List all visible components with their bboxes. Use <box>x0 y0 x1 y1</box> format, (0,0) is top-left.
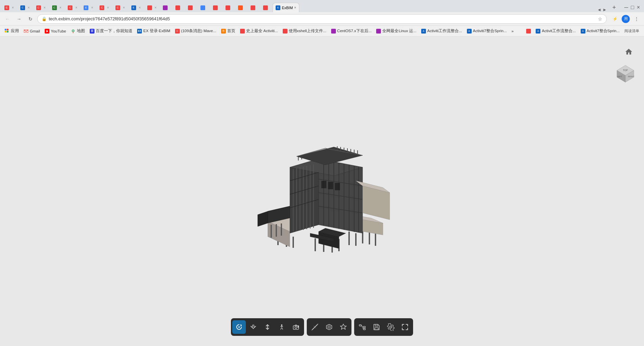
bookmark-more[interactable]: » <box>510 28 516 34</box>
tab-19[interactable] <box>260 3 272 12</box>
bookmark-star[interactable]: ☆ <box>598 16 602 22</box>
bookmark-maps[interactable]: 地图 <box>69 28 87 34</box>
tab-3[interactable]: C × <box>33 3 49 12</box>
tab-10[interactable]: × <box>144 3 160 12</box>
settings-button[interactable] <box>384 320 398 334</box>
section-button[interactable] <box>322 320 336 334</box>
save-button[interactable] <box>370 320 383 334</box>
tab-2[interactable]: C × <box>17 3 33 12</box>
tab-9[interactable]: E × <box>128 3 144 12</box>
navigation-cube[interactable]: TOP LEFT RIGHT <box>614 64 637 87</box>
bookmark-activiti2-label: Activiti工作流整合... <box>427 28 462 34</box>
rotate-button[interactable] <box>232 320 246 334</box>
tab-close-10[interactable]: × <box>155 6 157 9</box>
svg-point-112 <box>390 326 392 328</box>
bookmark-right-1[interactable] <box>524 28 533 34</box>
home-3d-button[interactable] <box>624 47 634 57</box>
measure-button[interactable] <box>308 320 322 334</box>
tree-button[interactable] <box>356 320 369 334</box>
bookmark-maven[interactable]: C (109条消息) Mave... <box>173 28 218 34</box>
bookmark-activiti1[interactable]: 史上最全 Activiti... <box>238 28 280 34</box>
tab-close-4[interactable]: × <box>60 6 62 9</box>
bookmark-centos-label: CentOS7.x下在后... <box>337 28 372 34</box>
svg-rect-1 <box>7 29 8 30</box>
bookmark-baidu[interactable]: 百 百度一下，你就知道 <box>88 28 134 34</box>
tab-8[interactable]: C × <box>112 3 128 12</box>
tab-close-6[interactable]: × <box>91 6 93 9</box>
fullscreen-icon <box>401 323 409 331</box>
explode-button[interactable] <box>337 320 350 334</box>
building-svg <box>237 133 407 262</box>
svg-text:RIGHT: RIGHT <box>628 75 635 78</box>
svg-marker-76 <box>258 211 268 226</box>
tab-scroll-right[interactable]: ▶ <box>603 7 607 12</box>
pan-button[interactable] <box>246 320 260 334</box>
tab-1[interactable]: C × <box>1 3 17 12</box>
bookmark-home[interactable]: 首 首页 <box>219 28 237 34</box>
bookmark-exbim[interactable]: EX EX 登录·ExBIM <box>135 28 172 34</box>
bookmark-more-label: » <box>512 29 514 33</box>
explode-icon <box>340 323 347 331</box>
bookmark-right-3[interactable]: A Activit7整合Sprin... <box>579 28 622 34</box>
tab-15[interactable] <box>210 3 222 12</box>
tab-close-3[interactable]: × <box>44 6 46 9</box>
maximize-button[interactable]: □ <box>631 4 634 10</box>
tab-4[interactable]: C × <box>49 3 65 12</box>
bookmark-linux[interactable]: 全网最全Linux 运... <box>374 28 418 34</box>
bookmark-right-more[interactable]: 阅读清单 <box>622 28 641 34</box>
tab-close-1[interactable]: × <box>12 6 14 9</box>
tab-18[interactable] <box>248 3 260 12</box>
bookmark-activiti2[interactable]: A Activiti工作流整合... <box>419 28 464 34</box>
tab-bar: C × C × C × C × C × E × <box>0 0 644 12</box>
tab-12[interactable] <box>172 3 185 12</box>
back-button[interactable]: ← <box>3 14 12 24</box>
3d-viewport[interactable]: TOP LEFT RIGHT <box>0 37 644 346</box>
apps-icon <box>5 29 9 34</box>
bookmark-baidu-label: 百度一下，你就知道 <box>96 28 132 34</box>
tab-close-active[interactable]: × <box>294 6 296 9</box>
tab-11[interactable] <box>160 3 172 12</box>
new-tab-button[interactable]: + <box>609 3 619 12</box>
settings-icon <box>387 323 394 331</box>
svg-rect-2 <box>5 31 6 33</box>
centos-favicon <box>331 29 336 34</box>
tab-close-9[interactable]: × <box>139 6 141 9</box>
youtube-icon <box>45 29 49 34</box>
tab-close-8[interactable]: × <box>123 6 125 9</box>
extensions-button[interactable]: ⚡ <box>610 14 620 24</box>
tab-17[interactable] <box>235 3 247 12</box>
svg-line-100 <box>317 324 318 325</box>
refresh-button[interactable]: ↻ <box>26 14 35 24</box>
camera-button[interactable] <box>289 320 303 334</box>
forward-button[interactable]: → <box>14 14 24 24</box>
tab-16[interactable] <box>222 3 235 12</box>
address-bar[interactable]: 🔒 tech.exbim.com/project/7647e572f891d50… <box>37 14 607 24</box>
walk-button[interactable] <box>275 320 288 334</box>
tab-5[interactable]: C × <box>65 3 80 12</box>
bookmark-right-2[interactable]: A Activit工作流整合... <box>534 28 578 34</box>
fullscreen-button[interactable] <box>398 320 412 334</box>
tab-close-7[interactable]: × <box>107 6 109 9</box>
tab-7[interactable]: C × <box>96 3 112 12</box>
url-text: tech.exbim.com/project/7647e572f891d5045… <box>49 16 170 21</box>
bookmark-centos[interactable]: CentOS7.x下在后... <box>329 28 374 34</box>
tab-close-5[interactable]: × <box>75 6 77 9</box>
right-bookmarks: A Activit工作流整合... A Activit7整合Sprin... 阅… <box>524 28 641 34</box>
tab-6[interactable]: E × <box>81 3 96 12</box>
bookmark-xshell[interactable]: 使用xshell上传文件... <box>281 28 328 34</box>
nav-cube-svg: TOP LEFT RIGHT <box>614 64 637 87</box>
tab-14[interactable] <box>197 3 210 12</box>
minimize-button[interactable]: ─ <box>624 4 628 10</box>
profile-button[interactable]: 用 <box>622 15 630 23</box>
tab-13[interactable] <box>185 3 197 12</box>
bookmark-apps[interactable]: 应用 <box>3 28 21 34</box>
tab-close-2[interactable]: × <box>28 6 30 9</box>
bookmark-activiti3[interactable]: A Activiti7整合Sprin... <box>465 28 509 34</box>
bookmark-gmail[interactable]: Gmail <box>22 28 42 34</box>
zoom-button[interactable] <box>261 320 274 334</box>
close-button[interactable]: × <box>637 4 640 10</box>
tab-active[interactable]: E ExBIM × <box>273 3 299 12</box>
bookmark-youtube[interactable]: YouTube <box>43 28 68 34</box>
tab-scroll-left[interactable]: ◀ <box>597 7 601 12</box>
menu-button[interactable]: ⋮ <box>632 14 641 24</box>
